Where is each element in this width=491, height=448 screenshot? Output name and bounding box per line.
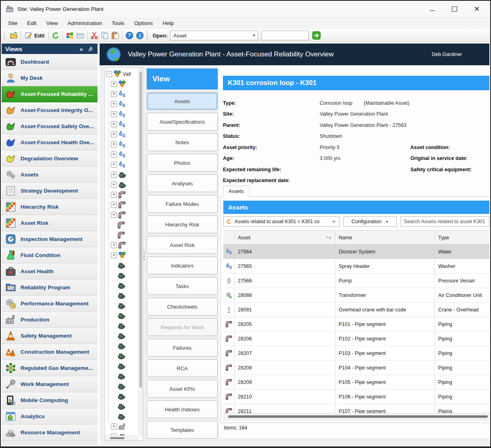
- table-row-asset-27565[interactable]: 27565Spray HeaderWasher: [223, 259, 489, 274]
- info-button[interactable]: i: [135, 30, 145, 41]
- expand-toggle[interactable]: +: [111, 111, 117, 117]
- table-row-asset-27566[interactable]: 27566PumpPressure Vessel: [223, 274, 489, 288]
- sidebar-item-dashboard[interactable]: Dashboard: [2, 54, 98, 70]
- collapse-up-icon[interactable]: ^^: [89, 46, 94, 52]
- copy-button[interactable]: [100, 30, 110, 41]
- tree-node[interactable]: +: [106, 240, 138, 250]
- tree-node[interactable]: [106, 270, 138, 280]
- close-button[interactable]: ✕: [474, 6, 480, 12]
- sidebar-item-inspection-management[interactable]: Inspection Management: [2, 231, 98, 247]
- tree-node[interactable]: +: [106, 160, 138, 170]
- open-id-input[interactable]: [261, 31, 309, 40]
- tree-node[interactable]: [106, 331, 138, 341]
- tree-horizontal-scrollbar[interactable]: [105, 436, 139, 440]
- tree-vertical-scrollbar[interactable]: [138, 68, 143, 436]
- menu-view[interactable]: View: [42, 20, 63, 26]
- tree-node[interactable]: [106, 301, 138, 311]
- table-row-asset-28206[interactable]: 28206P102 - Pipe segmentPiping: [223, 332, 489, 346]
- tree-node[interactable]: +: [106, 210, 138, 220]
- tree-node[interactable]: [106, 351, 138, 361]
- tree-node[interactable]: +: [106, 421, 138, 431]
- tree-node[interactable]: +: [106, 89, 138, 99]
- tree-node[interactable]: [106, 401, 138, 411]
- open-type-combobox[interactable]: Asset▼: [170, 31, 258, 40]
- sidebar-item-construction-management[interactable]: Construction Management: [2, 344, 98, 360]
- view-button-tasks[interactable]: Tasks: [147, 277, 218, 295]
- table-row-asset-28205[interactable]: 28205P101 - Pipe segmentPiping: [223, 317, 489, 332]
- tree-node[interactable]: +: [106, 129, 138, 139]
- tree-node[interactable]: [106, 220, 138, 230]
- icon-column-header[interactable]: [223, 231, 235, 244]
- expand-toggle[interactable]: +: [111, 91, 117, 97]
- collapse-left-icon[interactable]: «: [79, 46, 83, 52]
- expand-toggle[interactable]: +: [111, 192, 117, 198]
- sidebar-item-work-management[interactable]: Work Management: [2, 376, 98, 392]
- view-button-asset-risk[interactable]: Asset Risk: [147, 236, 218, 254]
- help-button[interactable]: ?: [124, 30, 135, 41]
- table-row-asset-28091[interactable]: 28091Overhead crane with bar codeCrane -…: [223, 303, 489, 317]
- table-row-asset-27564[interactable]: 27564Dionizer SystemWater: [223, 245, 489, 259]
- expand-toggle[interactable]: +: [111, 81, 117, 87]
- sidebar-item-hierarchy-risk[interactable]: Hierarchy Risk: [2, 199, 98, 215]
- tree-node[interactable]: [106, 260, 138, 270]
- expand-toggle[interactable]: +: [111, 182, 117, 188]
- tree-node[interactable]: +: [106, 99, 138, 109]
- expand-toggle[interactable]: +: [111, 202, 117, 208]
- table-row-asset-28209[interactable]: 28209P105 - Pipe segmentPiping: [223, 375, 489, 390]
- expand-toggle[interactable]: +: [111, 141, 117, 147]
- sidebar-item-degradation-overview[interactable]: Degradation Overview: [2, 151, 98, 167]
- tree-node[interactable]: [106, 361, 138, 371]
- tree-node[interactable]: [106, 411, 138, 421]
- view-button-assetspecifications[interactable]: AssetSpecifications: [147, 113, 218, 131]
- tree-node[interactable]: [106, 280, 138, 290]
- view-button-checksheets[interactable]: Checksheets: [147, 298, 218, 315]
- sidebar-item-strategy-development[interactable]: Strategy Development: [2, 183, 98, 199]
- table-horizontal-scrollbar[interactable]: [223, 413, 489, 420]
- tree-node[interactable]: +: [106, 79, 138, 89]
- tab-assets[interactable]: Assets: [223, 186, 250, 197]
- view-button-rca[interactable]: RCA: [147, 359, 218, 377]
- edit-button[interactable]: Edit: [23, 31, 47, 39]
- cut-button[interactable]: [89, 30, 100, 41]
- expand-toggle[interactable]: +: [111, 423, 117, 429]
- assets-filter-dropdown[interactable]: Assets related to asset K301 = K301 co: [223, 216, 339, 227]
- sidebar-item-regulated-gas-manageme[interactable]: Regulated Gas Manageme...: [2, 360, 98, 376]
- paste-button[interactable]: [110, 30, 121, 41]
- view-button-analyses[interactable]: Analyses: [147, 174, 218, 192]
- tree-node[interactable]: +: [106, 170, 138, 180]
- expand-toggle[interactable]: +: [111, 252, 117, 258]
- collapse-toggle[interactable]: −: [106, 71, 112, 77]
- tree-node[interactable]: [106, 311, 138, 321]
- sidebar-item-my-desk[interactable]: My Desk: [2, 70, 98, 86]
- tree-node[interactable]: +: [106, 431, 138, 436]
- view-button-health-indexes[interactable]: Health Indexes: [147, 400, 218, 418]
- send-button[interactable]: [75, 30, 85, 41]
- sidebar-item-safety-management[interactable]: Safety Management: [2, 328, 98, 344]
- expand-toggle[interactable]: +: [111, 172, 117, 178]
- tree-node[interactable]: [106, 230, 138, 240]
- expand-toggle[interactable]: +: [111, 162, 117, 168]
- sidebar-item-assets[interactable]: Assets: [2, 167, 98, 183]
- table-row-asset-28207[interactable]: 28207P103 - Pipe segmentPiping: [223, 346, 489, 361]
- tree-node[interactable]: [106, 321, 138, 331]
- tree-node[interactable]: +: [106, 139, 138, 149]
- sidebar-item-reliability-program[interactable]: Reliability Program: [2, 280, 98, 296]
- menu-tools[interactable]: Tools: [107, 20, 129, 26]
- column-header-asset[interactable]: Asset 1: [235, 231, 335, 244]
- view-button-photos[interactable]: Photos: [147, 154, 218, 172]
- tree-node[interactable]: +: [106, 250, 138, 260]
- sidebar-item-resource-management[interactable]: Resource Management: [2, 425, 98, 441]
- tree-node[interactable]: +: [106, 119, 138, 129]
- maximize-button[interactable]: [452, 6, 457, 12]
- configuration-button[interactable]: Configuration ▼: [343, 216, 397, 227]
- column-header-name[interactable]: Name: [335, 231, 435, 244]
- expand-toggle[interactable]: +: [111, 131, 117, 137]
- menu-help[interactable]: Help: [158, 20, 179, 26]
- expand-toggle[interactable]: +: [111, 101, 117, 107]
- sidebar-item-asset-focused-safety-ove[interactable]: Asset-Focused Safety Ove...: [2, 118, 98, 135]
- view-button-hierarchy-risk[interactable]: Hierarchy Risk: [147, 216, 218, 233]
- view-button-templates[interactable]: Templates: [147, 421, 218, 439]
- table-row-asset-28208[interactable]: 28208P104 - Pipe segmentPiping: [223, 361, 489, 375]
- view-button-asset-kpis[interactable]: Asset KPIs: [147, 380, 218, 398]
- tree-node[interactable]: [106, 381, 138, 391]
